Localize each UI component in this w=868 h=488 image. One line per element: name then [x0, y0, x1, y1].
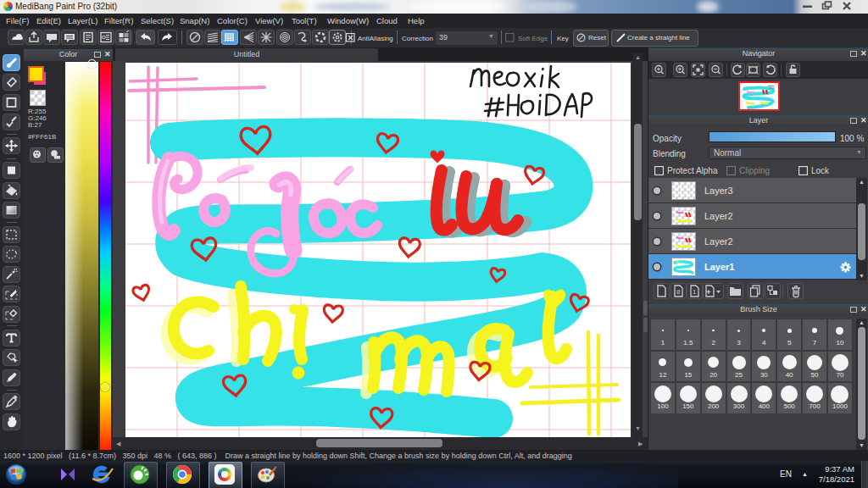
svg-text:8: 8 — [676, 288, 681, 296]
svg-text:1: 1 — [693, 288, 697, 296]
